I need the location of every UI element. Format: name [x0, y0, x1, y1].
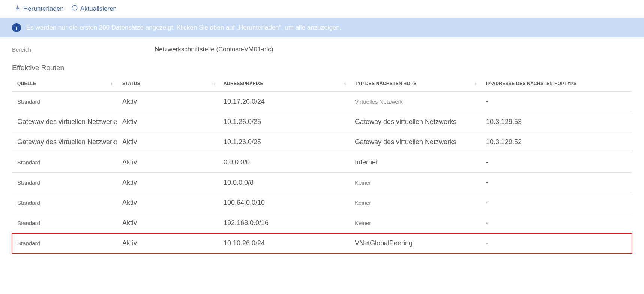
cell-nexthop-type: Keiner [350, 213, 481, 233]
cell-prefix: 10.1.26.0/25 [218, 112, 350, 132]
section-title: Effektive Routen [0, 57, 644, 76]
cell-nexthop-ip: - [481, 92, 632, 112]
routes-table: QUELLE↑↓ STATUS↑↓ ADRESSPRÄFIXE↑↓ TYP DE… [12, 76, 632, 254]
col-source[interactable]: QUELLE↑↓ [12, 76, 117, 92]
cell-status: Aktiv [117, 132, 218, 152]
refresh-label: Aktualisieren [80, 5, 117, 13]
cell-status: Aktiv [117, 112, 218, 132]
cell-prefix: 10.1.26.0/25 [218, 132, 350, 152]
table-row[interactable]: Gateway des virtuellen NetzwerksAktiv10.… [12, 132, 632, 152]
cell-source: Standard [12, 152, 117, 173]
scope-value: Netzwerkschnittstelle (Contoso-VM01-nic) [155, 46, 273, 53]
col-nexthop-type[interactable]: TYP DES NÄCHSTEN HOPS↑↓ [350, 76, 481, 92]
cell-status: Aktiv [117, 173, 218, 193]
cell-source: Standard [12, 173, 117, 193]
refresh-icon [71, 4, 78, 13]
cell-nexthop-type: Gateway des virtuellen Netzwerks [350, 132, 481, 152]
cell-source: Gateway des virtuellen Netzwerks [12, 132, 117, 152]
sort-icon: ↑↓ [111, 81, 113, 86]
cell-nexthop-ip: - [481, 233, 632, 254]
cell-source: Standard [12, 213, 117, 233]
refresh-button[interactable]: Aktualisieren [69, 3, 119, 15]
cell-nexthop-ip: - [481, 193, 632, 213]
col-ip-label: IP-ADRESSE DES NÄCHSTEN HOPTYPS [486, 81, 576, 86]
cell-nexthop-ip: 10.3.129.52 [481, 132, 632, 152]
col-status[interactable]: STATUS↑↓ [117, 76, 218, 92]
download-icon [14, 4, 21, 13]
table-row[interactable]: StandardAktiv192.168.0.0/16Keiner- [12, 213, 632, 233]
cell-status: Aktiv [117, 213, 218, 233]
cell-prefix: 10.0.0.0/8 [218, 173, 350, 193]
table-row[interactable]: Gateway des virtuellen NetzwerksAktiv10.… [12, 112, 632, 132]
cell-nexthop-type: Keiner [350, 193, 481, 213]
sort-icon: ↑↓ [212, 81, 215, 86]
table-row[interactable]: StandardAktiv0.0.0.0/0Internet- [12, 152, 632, 173]
cell-prefix: 10.17.26.0/24 [218, 92, 350, 112]
col-status-label: STATUS [122, 81, 140, 86]
cell-nexthop-type: Keiner [350, 173, 481, 193]
table-row[interactable]: StandardAktiv10.17.26.0/24Virtuelles Net… [12, 92, 632, 112]
toolbar: Herunterladen Aktualisieren [0, 0, 644, 18]
scope-row: Bereich Netzwerkschnittstelle (Contoso-V… [0, 37, 644, 57]
scope-label: Bereich [12, 46, 155, 53]
cell-nexthop-type: Gateway des virtuellen Netzwerks [350, 112, 481, 132]
col-nexthop-ip[interactable]: IP-ADRESSE DES NÄCHSTEN HOPTYPS [481, 76, 632, 92]
cell-nexthop-ip: 10.3.129.53 [481, 112, 632, 132]
cell-source: Standard [12, 233, 117, 254]
cell-nexthop-type: Internet [350, 152, 481, 173]
sort-icon: ↑↓ [474, 81, 477, 86]
cell-nexthop-ip: - [481, 213, 632, 233]
cell-prefix: 100.64.0.0/10 [218, 193, 350, 213]
cell-prefix: 192.168.0.0/16 [218, 213, 350, 233]
col-hop-label: TYP DES NÄCHSTEN HOPS [355, 81, 417, 86]
cell-status: Aktiv [117, 233, 218, 254]
cell-status: Aktiv [117, 193, 218, 213]
info-banner-text: Es werden nur die ersten 200 Datensätze … [26, 24, 342, 31]
info-icon: i [12, 23, 21, 32]
cell-nexthop-ip: - [481, 173, 632, 193]
cell-prefix: 10.10.26.0/24 [218, 233, 350, 254]
table-row[interactable]: StandardAktiv10.0.0.0/8Keiner- [12, 173, 632, 193]
col-prefixes-label: ADRESSPRÄFIXE [224, 81, 263, 86]
table-row[interactable]: StandardAktiv100.64.0.0/10Keiner- [12, 193, 632, 213]
table-row[interactable]: StandardAktiv10.10.26.0/24VNetGlobalPeer… [12, 233, 632, 254]
download-button[interactable]: Herunterladen [12, 3, 66, 15]
cell-source: Standard [12, 92, 117, 112]
table-header-row: QUELLE↑↓ STATUS↑↓ ADRESSPRÄFIXE↑↓ TYP DE… [12, 76, 632, 92]
info-banner: i Es werden nur die ersten 200 Datensätz… [0, 18, 644, 37]
download-label: Herunterladen [23, 5, 64, 13]
cell-status: Aktiv [117, 152, 218, 173]
cell-prefix: 0.0.0.0/0 [218, 152, 350, 173]
cell-source: Standard [12, 193, 117, 213]
cell-status: Aktiv [117, 92, 218, 112]
cell-nexthop-type: VNetGlobalPeering [350, 233, 481, 254]
cell-nexthop-type: Virtuelles Netzwerk [350, 92, 481, 112]
sort-icon: ↑↓ [343, 81, 346, 86]
cell-source: Gateway des virtuellen Netzwerks [12, 112, 117, 132]
cell-nexthop-ip: - [481, 152, 632, 173]
col-prefixes[interactable]: ADRESSPRÄFIXE↑↓ [218, 76, 350, 92]
col-source-label: QUELLE [17, 81, 36, 86]
